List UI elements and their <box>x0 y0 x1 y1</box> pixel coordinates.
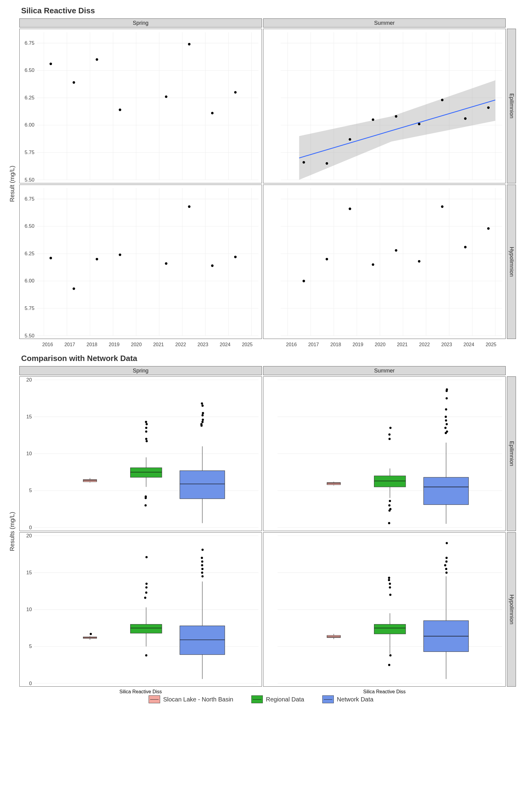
y-axis-title-2: Results (mg/L) <box>6 377 18 687</box>
svg-text:2020: 2020 <box>375 342 385 347</box>
svg-point-23 <box>73 81 75 84</box>
svg-point-229 <box>145 583 147 585</box>
facet-col-spring-2: Spring <box>19 366 262 375</box>
svg-text:2021: 2021 <box>397 342 408 347</box>
svg-point-79 <box>49 257 52 259</box>
svg-text:2023: 2023 <box>441 342 452 347</box>
facet-row-epilimnion: Epilimnion <box>507 29 516 183</box>
svg-text:6.25: 6.25 <box>25 95 35 101</box>
scatter-chart-block: Silica Reactive Diss Spring Summer Resul… <box>6 6 516 339</box>
svg-point-188 <box>389 500 391 502</box>
svg-text:5.75: 5.75 <box>25 305 35 311</box>
svg-point-220 <box>90 633 92 635</box>
svg-point-84 <box>188 205 190 208</box>
svg-point-86 <box>234 256 237 258</box>
chart-title-2: Comparison with Network Data <box>21 354 516 363</box>
svg-text:20: 20 <box>26 532 32 538</box>
box-panel-summer-hypolimnion <box>263 532 506 687</box>
svg-rect-148 <box>130 468 162 477</box>
svg-point-80 <box>73 287 75 290</box>
svg-point-205 <box>446 388 448 391</box>
svg-rect-253 <box>374 624 406 634</box>
svg-point-153 <box>146 440 148 442</box>
svg-text:2020: 2020 <box>131 342 142 347</box>
svg-point-266 <box>445 571 447 574</box>
panel-summer-hypolimnion <box>263 185 506 339</box>
svg-text:2016: 2016 <box>286 342 297 347</box>
svg-point-189 <box>388 438 390 440</box>
svg-point-255 <box>388 664 390 666</box>
svg-point-104 <box>326 258 328 260</box>
svg-point-186 <box>389 508 392 510</box>
svg-text:2025: 2025 <box>242 342 253 347</box>
svg-text:6.50: 6.50 <box>25 67 35 73</box>
svg-text:2024: 2024 <box>220 342 230 347</box>
legend-item-regional: Regional Data <box>251 695 304 703</box>
svg-point-168 <box>202 412 204 414</box>
svg-rect-223 <box>130 624 162 633</box>
box-panel-spring-epilimnion: 05101520 <box>19 377 262 531</box>
facet-row-hypolimnion: Hypolimnion <box>507 185 516 339</box>
svg-point-50 <box>348 138 351 140</box>
svg-point-164 <box>200 423 202 425</box>
svg-point-170 <box>201 402 203 405</box>
svg-point-169 <box>201 405 204 407</box>
svg-text:10: 10 <box>26 451 32 456</box>
svg-text:6.25: 6.25 <box>25 251 35 257</box>
svg-point-271 <box>446 542 448 544</box>
svg-text:2025: 2025 <box>486 342 497 347</box>
svg-text:2024: 2024 <box>463 342 474 347</box>
svg-text:20: 20 <box>26 377 32 383</box>
svg-rect-144 <box>83 480 97 482</box>
svg-point-83 <box>165 262 167 265</box>
x-axis-scatter: 2016201720182019202020212022202320242025… <box>19 340 506 349</box>
svg-point-260 <box>388 579 390 581</box>
svg-text:2022: 2022 <box>175 342 186 347</box>
svg-point-228 <box>145 586 147 588</box>
legend-item-slocan: Slocan Lake - North Basin <box>148 695 233 703</box>
svg-point-230 <box>145 556 147 558</box>
y-axis-title-1: Result (mg/L) <box>6 29 18 339</box>
svg-point-268 <box>444 564 446 566</box>
svg-point-166 <box>202 419 204 421</box>
svg-point-108 <box>418 260 420 263</box>
svg-point-237 <box>201 568 203 570</box>
svg-point-200 <box>445 419 447 421</box>
svg-point-103 <box>302 280 305 282</box>
svg-point-109 <box>441 205 443 208</box>
legend-label: Regional Data <box>266 696 304 703</box>
svg-text:6.00: 6.00 <box>25 122 35 128</box>
svg-text:2022: 2022 <box>419 342 430 347</box>
svg-point-24 <box>96 58 98 61</box>
legend-key-icon <box>322 695 334 703</box>
svg-rect-161 <box>180 471 225 499</box>
svg-point-56 <box>487 106 490 109</box>
svg-text:2017: 2017 <box>64 342 75 347</box>
svg-point-165 <box>201 421 204 423</box>
facet-col-spring: Spring <box>19 18 262 27</box>
svg-point-85 <box>211 264 214 267</box>
svg-point-225 <box>145 654 147 656</box>
svg-text:6.75: 6.75 <box>25 196 35 202</box>
svg-marker-46 <box>299 80 495 180</box>
svg-point-155 <box>145 430 147 432</box>
svg-text:0: 0 <box>29 680 32 686</box>
legend-item-network: Network Data <box>322 695 374 703</box>
svg-point-107 <box>395 249 397 251</box>
svg-point-269 <box>445 560 447 563</box>
svg-point-241 <box>201 549 204 551</box>
svg-point-52 <box>395 115 397 118</box>
svg-text:2019: 2019 <box>109 342 120 347</box>
svg-point-55 <box>464 117 466 120</box>
svg-point-256 <box>389 654 392 656</box>
legend-label: Slocan Lake - North Basin <box>163 696 233 703</box>
svg-text:6.00: 6.00 <box>25 278 35 284</box>
svg-point-191 <box>389 427 392 429</box>
svg-point-53 <box>418 123 420 125</box>
svg-point-26 <box>165 96 167 98</box>
svg-point-150 <box>144 504 146 506</box>
svg-rect-233 <box>180 626 225 654</box>
svg-point-158 <box>145 421 147 423</box>
svg-point-203 <box>446 397 448 399</box>
panel-spring-epilimnion: 5.505.756.006.256.506.75 <box>19 29 262 183</box>
